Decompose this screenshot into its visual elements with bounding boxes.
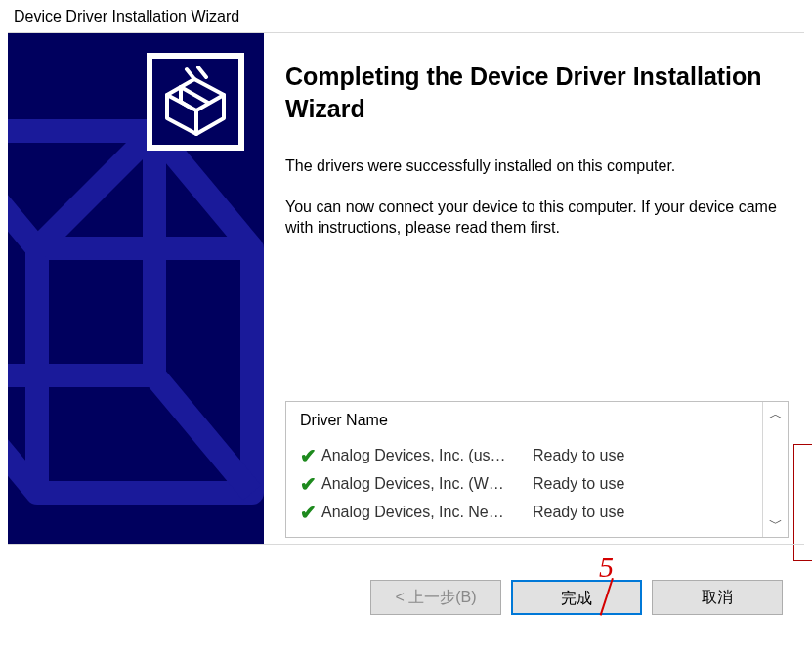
driver-status: Ready to use (533, 475, 624, 493)
checkmark-icon: ✔ (300, 446, 321, 465)
wizard-icon-frame (147, 53, 244, 151)
finish-button[interactable]: 完成 (511, 580, 642, 615)
scrollbar[interactable]: ︿ ﹀ (762, 402, 788, 537)
driver-name: Analog Devices, Inc. (us… (321, 447, 529, 464)
instructions-message: You can now connect your device to this … (285, 197, 789, 239)
driver-row[interactable]: ✔ Analog Devices, Inc. Ne… Ready to use (300, 498, 758, 526)
checkmark-icon: ✔ (300, 503, 321, 522)
wizard-heading: Completing the Device Driver Installatio… (285, 61, 789, 124)
driver-status: Ready to use (533, 504, 624, 521)
checkmark-icon: ✔ (300, 474, 321, 494)
driver-row[interactable]: ✔ Analog Devices, Inc. (W… Ready to use (300, 469, 758, 498)
driver-list-header: Driver Name (300, 412, 758, 429)
button-row: 5 < 上一步(B) 完成 取消 (8, 544, 804, 649)
wizard-body: Completing the Device Driver Installatio… (8, 33, 804, 544)
driver-name: Analog Devices, Inc. Ne… (321, 504, 529, 521)
scroll-up-icon[interactable]: ︿ (769, 406, 783, 423)
driver-list: Driver Name ✔ Analog Devices, Inc. (us… … (285, 401, 789, 538)
cancel-button[interactable]: 取消 (652, 580, 783, 615)
scroll-down-icon[interactable]: ﹀ (769, 515, 783, 533)
sidebar-banner (8, 33, 264, 544)
wizard-window: Device Driver Installation Wizard (8, 4, 804, 649)
driver-box-icon (159, 66, 232, 138)
driver-row[interactable]: ✔ Analog Devices, Inc. (us… Ready to use (300, 441, 758, 469)
window-title: Device Driver Installation Wizard (8, 4, 804, 33)
back-button: < 上一步(B) (370, 580, 501, 615)
success-message: The drivers were successfully installed … (285, 155, 789, 177)
content-pane: Completing the Device Driver Installatio… (264, 33, 804, 544)
driver-status: Ready to use (533, 447, 624, 464)
driver-name: Analog Devices, Inc. (W… (321, 475, 529, 493)
